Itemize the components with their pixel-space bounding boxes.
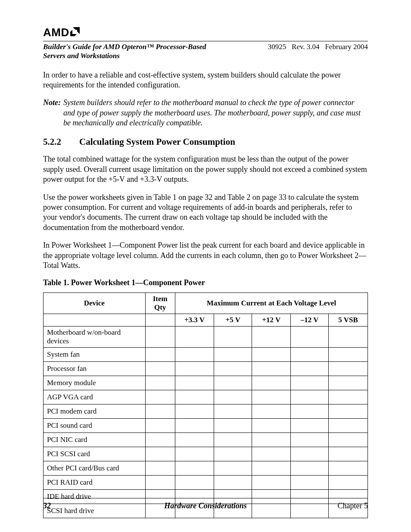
table-row: System fan	[44, 348, 368, 362]
value-cell	[291, 362, 329, 376]
device-cell: Processor fan	[44, 362, 146, 376]
table-row: Motherboard w/on-board devices	[44, 327, 368, 348]
amd-logo-text: AMD	[43, 26, 69, 39]
value-cell	[329, 390, 368, 404]
value-cell	[329, 476, 368, 490]
value-cell	[291, 461, 329, 476]
device-cell: PCI sound card	[44, 419, 146, 433]
value-cell	[252, 447, 291, 461]
device-cell: PCI SCSI card	[44, 447, 146, 461]
value-cell	[291, 447, 329, 461]
device-cell: PCI NIC card	[44, 433, 146, 447]
device-cell: Memory module	[44, 376, 146, 390]
value-cell	[329, 376, 368, 390]
document-page: AMD Builder's Guide for AMD Opteron™ Pro…	[0, 0, 411, 532]
device-cell: PCI RAID card	[44, 476, 146, 490]
value-cell	[214, 476, 252, 490]
table-row: Memory module	[44, 376, 368, 390]
value-cell	[175, 433, 214, 447]
note-text: System builders should refer to the moth…	[62, 98, 368, 128]
document-title: Builder's Guide for AMD Opteron™ Process…	[43, 42, 228, 61]
value-cell	[214, 390, 252, 404]
qty-cell	[145, 390, 175, 404]
value-cell	[175, 476, 214, 490]
value-cell	[329, 327, 368, 348]
table-row: Processor fan	[44, 362, 368, 376]
table-caption: Table 1. Power Worksheet 1—Component Pow…	[43, 278, 368, 287]
device-cell: PCI modem card	[44, 404, 146, 419]
value-cell	[291, 419, 329, 433]
power-worksheet-table: DeviceItem QtyMaximum Current at Each Vo…	[43, 292, 368, 518]
value-cell	[252, 362, 291, 376]
table-row: PCI NIC card	[44, 433, 368, 447]
value-cell	[329, 348, 368, 362]
paragraph-3: In Power Worksheet 1—Component Power lis…	[43, 240, 368, 271]
col-head-qty: Item Qty	[145, 293, 175, 314]
blank-head-device	[44, 314, 146, 327]
value-cell	[252, 419, 291, 433]
footer-chapter-title: Hardware Considerations	[43, 501, 368, 510]
value-cell	[252, 476, 291, 490]
value-cell	[175, 376, 214, 390]
value-cell	[214, 404, 252, 419]
qty-cell	[145, 404, 175, 419]
value-cell	[252, 376, 291, 390]
col-head-voltage-span: Maximum Current at Each Voltage Level	[175, 293, 367, 314]
value-cell	[175, 447, 214, 461]
device-cell: Other PCI card/Bus card	[44, 461, 146, 476]
paragraph-2: Use the power worksheets given in Table …	[43, 193, 368, 233]
value-cell	[252, 390, 291, 404]
value-cell	[175, 419, 214, 433]
value-cell	[291, 390, 329, 404]
value-cell	[252, 461, 291, 476]
col-head-device: Device	[44, 293, 146, 314]
value-cell	[214, 447, 252, 461]
col-head-voltage: 5 VSB	[329, 314, 368, 327]
qty-cell	[145, 419, 175, 433]
table-row: Other PCI card/Bus card	[44, 461, 368, 476]
table-row: PCI sound card	[44, 419, 368, 433]
table-row: PCI modem card	[44, 404, 368, 419]
doc-revision: Rev. 3.04	[292, 43, 320, 51]
col-head-voltage: +3.3 V	[175, 314, 214, 327]
value-cell	[329, 362, 368, 376]
value-cell	[329, 419, 368, 433]
value-cell	[291, 404, 329, 419]
table-row: PCI RAID card	[44, 476, 368, 490]
device-cell: System fan	[44, 348, 146, 362]
device-cell: Motherboard w/on-board devices	[44, 327, 146, 348]
section-heading: 5.2.2 Calculating System Power Consumpti…	[43, 137, 368, 147]
doc-date: February 2004	[325, 43, 368, 51]
value-cell	[252, 327, 291, 348]
value-cell	[291, 376, 329, 390]
qty-cell	[145, 348, 175, 362]
value-cell	[214, 419, 252, 433]
qty-cell	[145, 447, 175, 461]
value-cell	[175, 348, 214, 362]
value-cell	[252, 404, 291, 419]
blank-head-qty	[145, 314, 175, 327]
qty-cell	[145, 433, 175, 447]
value-cell	[291, 348, 329, 362]
value-cell	[175, 390, 214, 404]
note-block: Note: System builders should refer to th…	[43, 98, 368, 128]
value-cell	[252, 433, 291, 447]
value-cell	[291, 433, 329, 447]
col-head-voltage: –12 V	[291, 314, 329, 327]
value-cell	[214, 461, 252, 476]
value-cell	[214, 348, 252, 362]
value-cell	[329, 447, 368, 461]
value-cell	[175, 404, 214, 419]
value-cell	[214, 376, 252, 390]
amd-logo: AMD	[43, 26, 368, 39]
value-cell	[214, 362, 252, 376]
value-cell	[329, 461, 368, 476]
value-cell	[329, 404, 368, 419]
footer-rule	[43, 498, 368, 498]
col-head-voltage: +5 V	[214, 314, 252, 327]
value-cell	[329, 433, 368, 447]
value-cell	[291, 327, 329, 348]
header-rule	[43, 41, 368, 41]
document-meta: 30925 Rev. 3.04 February 2004	[268, 42, 368, 51]
paragraph-1: The total combined wattage for the syste…	[43, 154, 368, 184]
